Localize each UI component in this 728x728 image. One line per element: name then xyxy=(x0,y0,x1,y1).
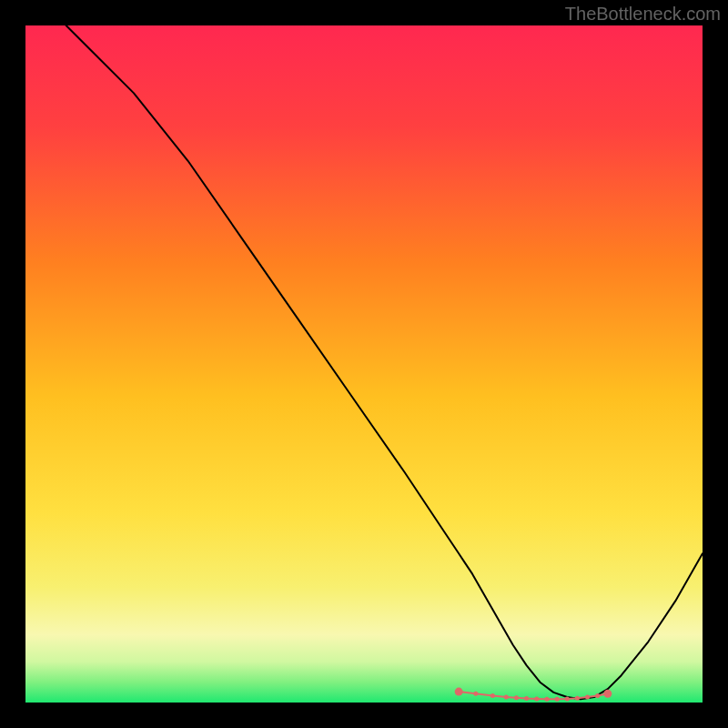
plot-area xyxy=(25,25,703,703)
marker-dot xyxy=(524,696,529,701)
chart-container: TheBottleneck.com xyxy=(0,0,728,728)
marker-dot xyxy=(575,696,580,701)
marker-dot xyxy=(504,695,509,700)
marker-dot xyxy=(603,690,612,698)
marker-dot xyxy=(565,696,570,701)
marker-dot xyxy=(585,695,590,700)
marker-dot xyxy=(544,697,549,702)
marker-dot xyxy=(555,697,560,702)
gradient-background xyxy=(25,25,703,703)
plot-svg xyxy=(25,25,703,703)
marker-dot xyxy=(490,693,495,698)
marker-dot xyxy=(473,692,478,696)
marker-dot xyxy=(514,695,519,700)
marker-dot xyxy=(534,696,539,701)
marker-dot xyxy=(595,693,600,698)
marker-dot xyxy=(455,688,463,696)
watermark-text: TheBottleneck.com xyxy=(565,4,721,25)
